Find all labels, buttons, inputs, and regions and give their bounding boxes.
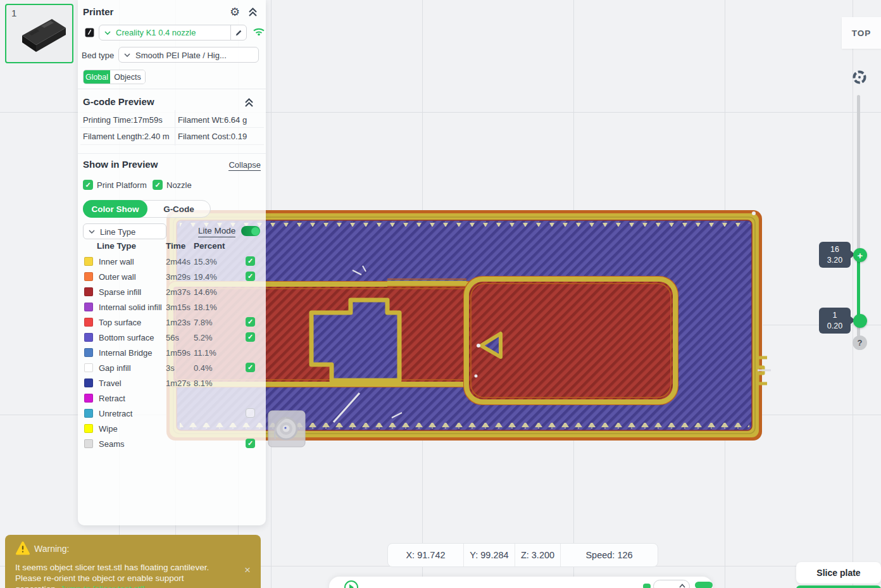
legend-row: Internal Bridge 1m59s 11.1%: [78, 346, 266, 361]
show-in-preview-title: Show in Preview: [83, 159, 158, 170]
legend-row: Travel 1m27s 8.1%: [78, 376, 266, 391]
wifi-connected-icon: [253, 27, 265, 36]
line-type-visibility-checkbox[interactable]: [246, 332, 255, 342]
help-button[interactable]: ?: [853, 335, 867, 350]
lite-mode-toggle[interactable]: [241, 226, 260, 236]
plate-thumbnail[interactable]: 1: [5, 4, 73, 63]
collapse-section-icon[interactable]: [249, 8, 257, 17]
upper-layer-height: 3.20: [827, 255, 842, 265]
plate-thumbnail-model: [6, 5, 72, 62]
line-type-time: 3s: [166, 363, 175, 373]
stats-divider: [175, 110, 175, 146]
layer-slider-lower-handle[interactable]: [853, 314, 867, 328]
line-type-time: 3m29s: [166, 272, 191, 282]
preview-player-bar: [329, 577, 713, 588]
warning-message-line2: Please re-orient the object or enable su…: [15, 573, 184, 583]
legend-row: Top surface 1m23s 7.8%: [78, 315, 266, 330]
line-type-percent: 5.2%: [194, 333, 213, 342]
play-button[interactable]: [344, 580, 358, 588]
print-button-edge[interactable]: [796, 585, 881, 588]
lower-layer-number: 1: [833, 310, 837, 320]
bed-type-value: Smooth PEI Plate / Hig...: [135, 51, 227, 60]
line-type-visibility-checkbox[interactable]: [246, 256, 255, 266]
app-window: X: 91.742 Y: 99.284 Z: 3.200 Speed: 126 …: [0, 0, 881, 588]
legend-row: Retract: [78, 391, 266, 406]
line-type-swatch: [84, 363, 93, 372]
stats-divider: [80, 144, 264, 145]
line-type-visibility-checkbox[interactable]: [246, 363, 255, 372]
line-type-visibility-checkbox[interactable]: [246, 317, 255, 327]
legend-header-line-type: Line Type: [97, 241, 136, 251]
view-cube-top-face[interactable]: TOP: [842, 17, 881, 49]
speed-stepper[interactable]: [653, 580, 690, 588]
line-type-label: Gap infill: [99, 363, 131, 373]
layer-slider-upper-tooltip: 16 3.20: [819, 242, 851, 268]
status-x: X: 91.742: [388, 544, 464, 566]
left-panel: Printer ⚙ Creality K1 0.4 nozzle Bed typ…: [78, 0, 266, 525]
line-type-swatch: [84, 303, 93, 311]
line-type-label: Retract: [99, 394, 125, 403]
close-icon[interactable]: ×: [244, 564, 251, 577]
status-z: Z: 3.200: [515, 544, 561, 566]
printer-section-title: Printer: [83, 6, 113, 17]
printer-select[interactable]: Creality K1 0.4 nozzle: [99, 25, 247, 41]
warning-message-line3: generation. Jump to [slicer test.stl]: [15, 584, 145, 588]
line-type-percent: 14.6%: [194, 287, 217, 297]
legend-header-time: Time: [166, 241, 185, 251]
wipe-tower: [268, 411, 305, 447]
line-type-label: Bottom surface: [99, 333, 154, 342]
line-type-select[interactable]: Line Type: [83, 223, 166, 239]
chevron-down-icon: [104, 31, 111, 35]
line-type-label: Sparse infill: [99, 287, 141, 297]
line-type-label: Top surface: [99, 318, 141, 327]
collapse-section-icon[interactable]: [245, 98, 253, 108]
orbit-reset-icon[interactable]: [852, 70, 867, 85]
nozzle-mini-icon: [643, 584, 651, 588]
line-type-label: Inner wall: [99, 257, 134, 266]
nozzle-checkbox[interactable]: [153, 180, 163, 190]
legend-row: Unretract: [78, 406, 266, 422]
printer-device-icon: [84, 27, 95, 38]
warning-message-line1: It seems object slicer test.stl has floa…: [15, 563, 209, 572]
legend-rows: Inner wall 2m44s 15.3% Outer wall 3m29s …: [78, 254, 266, 452]
line-type-time: 1m23s: [166, 318, 191, 327]
tab-global[interactable]: Global: [84, 70, 110, 84]
warning-toast: Warning: It seems object slicer test.stl…: [5, 535, 261, 588]
line-type-time: 1m27s: [166, 378, 191, 388]
stats-divider: [80, 127, 264, 128]
legend-row: Sparse infill 2m37s 14.6%: [78, 285, 266, 300]
gcode-preview-title: G-code Preview: [83, 96, 154, 107]
line-type-swatch: [84, 287, 93, 296]
slice-plate-button[interactable]: Slice plate: [796, 562, 881, 584]
legend-row: Gap infill 3s 0.4%: [78, 361, 266, 376]
line-type-swatch: [84, 318, 93, 327]
collapse-link[interactable]: Collapse: [228, 160, 261, 171]
line-type-visibility-checkbox[interactable]: [246, 408, 255, 418]
tab-objects[interactable]: Objects: [110, 70, 145, 84]
line-type-label: Seams: [99, 439, 124, 449]
line-type-label: Unretract: [99, 409, 132, 418]
stat-filament-length: Filament Length:2.40 m: [83, 132, 170, 141]
line-type-label: Wipe: [99, 424, 118, 434]
line-type-swatch: [84, 378, 93, 387]
line-type-swatch: [84, 272, 93, 281]
line-type-percent: 7.8%: [194, 318, 213, 327]
printer-settings-gear-icon[interactable]: ⚙: [230, 5, 240, 19]
tab-color-show[interactable]: Color Show: [83, 200, 147, 218]
edit-printer-button[interactable]: [230, 25, 246, 40]
line-type-swatch: [84, 348, 93, 357]
line-type-time: 2m37s: [166, 287, 191, 297]
jump-to-object-link[interactable]: Jump to [slicer test.stl]: [60, 584, 145, 588]
warning-title: Warning:: [34, 544, 70, 554]
scope-tabs: Global Objects: [83, 70, 146, 84]
chevron-up-icon[interactable]: [679, 584, 685, 588]
legend-header-percent: Percent: [194, 241, 225, 251]
print-platform-label: Print Platform: [97, 180, 147, 190]
tab-gcode[interactable]: G-Code: [147, 201, 210, 217]
layer-slider-upper-handle[interactable]: +: [853, 248, 867, 262]
line-type-visibility-checkbox[interactable]: [246, 272, 255, 281]
line-type-percent: 19.4%: [194, 272, 217, 282]
print-platform-checkbox[interactable]: [83, 180, 93, 190]
bed-type-select[interactable]: Smooth PEI Plate / Hig...: [118, 47, 259, 63]
line-type-visibility-checkbox[interactable]: [246, 439, 255, 448]
